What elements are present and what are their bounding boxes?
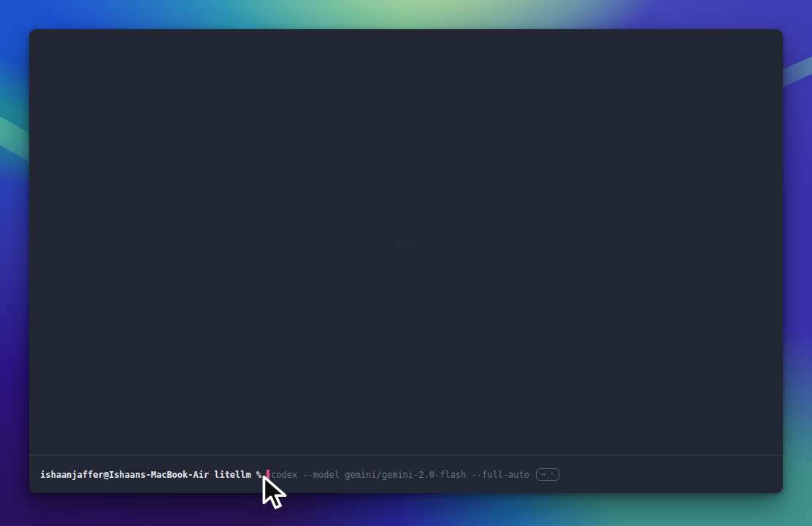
prompt-user-host: ishaanjaffer@Ishaans-MacBook-Air (40, 470, 209, 480)
terminal-window[interactable]: ... ishaanjaffer@Ishaans-MacBook-Air lit… (29, 29, 783, 493)
prompt-line[interactable]: ishaanjaffer@Ishaans-MacBook-Air litellm… (29, 455, 783, 493)
prompt-symbol: % (256, 470, 261, 480)
prompt-directory: litellm (214, 470, 251, 480)
text-cursor (267, 470, 269, 480)
faded-output-text: ... (397, 237, 415, 246)
tab-completion-badge: → · (536, 468, 559, 481)
terminal-scrollback[interactable]: ... (29, 29, 783, 455)
command-autosuggestion: codex --model gemini/gemini-2.0-flash --… (271, 470, 529, 480)
